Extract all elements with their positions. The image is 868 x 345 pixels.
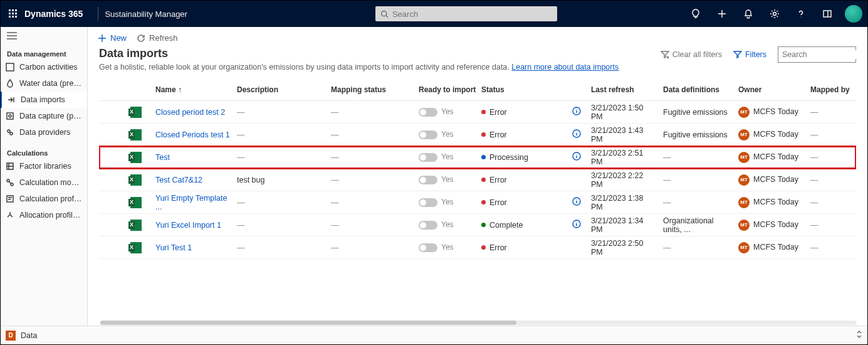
row-name-link[interactable]: Yuri Excel Import 1 [155,221,221,230]
nav-carbon-activities[interactable]: Carbon activities [1,59,87,75]
col-mapping[interactable]: Mapping status [331,85,419,94]
hamburger-icon[interactable] [1,27,87,46]
add-icon[interactable] [713,5,731,23]
ready-toggle[interactable]: Yes [419,243,481,252]
grid-search[interactable] [778,46,856,63]
area-picker[interactable]: D Data [1,326,867,344]
row-name-link[interactable]: Closed period test 2 [155,108,225,117]
brand-label[interactable]: Dynamics 365 [24,9,83,19]
row-name-link[interactable]: Closed Periods test 1 [155,130,230,139]
row-description: — [237,108,331,117]
area-label: Data [21,331,37,340]
row-owner: MTMCFS Today [738,152,810,163]
row-mapped: — [810,198,856,207]
nav-label: Calculation profiles [19,194,82,203]
nav-data-imports[interactable]: Data imports [1,92,87,108]
ready-toggle[interactable]: Yes [419,220,481,230]
horizontal-scrollbar[interactable] [100,321,857,325]
col-description[interactable]: Description [237,85,331,94]
row-mapped: — [810,108,856,117]
panel-icon[interactable] [818,5,836,23]
row-owner: MTMCFS Today [738,107,810,118]
nav-label: Factor libraries [19,162,71,171]
row-mapped: — [810,153,856,162]
global-search[interactable] [375,6,557,21]
global-search-input[interactable] [392,9,552,19]
row-defs: — [663,153,738,162]
row-mapping: — [331,198,419,207]
gear-icon[interactable] [766,5,783,23]
app-launcher-icon[interactable] [6,6,21,21]
app-name[interactable]: Sustainability Manager [105,9,187,19]
learn-more-link[interactable]: Learn more about data imports [511,63,619,72]
excel-icon [130,174,142,186]
table-row[interactable]: Closed Periods test 1——YesError3/21/2023… [99,124,856,146]
row-name-link[interactable]: Yuri Empty Template ... [155,194,227,211]
nav-data-capture[interactable]: Data capture (preview) [1,108,87,124]
search-icon [380,10,389,18]
table-row[interactable]: Test——YesProcessing3/21/2023 2:51 PM—MTM… [99,146,856,169]
ready-toggle[interactable]: Yes [419,107,481,117]
nav-allocation-profiles[interactable]: Allocation profiles (p... [1,207,87,223]
nav-data-providers[interactable]: Data providers [1,124,87,141]
grid-search-input[interactable] [782,50,867,59]
table-row[interactable]: Test Cat7&12test bug—YesError3/21/2023 2… [99,169,856,191]
row-defs: Fugitive emissions [663,130,738,139]
ready-toggle[interactable]: Yes [419,152,481,162]
nav-calculation-profiles[interactable]: Calculation profiles [1,191,87,207]
info-icon[interactable] [572,152,581,161]
info-icon[interactable] [572,197,581,206]
top-actions [687,5,862,23]
lightbulb-icon[interactable] [687,5,704,23]
svg-point-11 [773,13,776,16]
bell-icon[interactable] [740,5,757,23]
info-icon[interactable] [572,220,581,228]
row-name-link[interactable]: Yuri Test 1 [155,243,192,252]
svg-point-18 [10,132,13,135]
nav-calculation-models[interactable]: Calculation models [1,174,87,191]
svg-rect-1 [12,9,14,11]
col-mapped[interactable]: Mapped by [810,85,856,94]
col-name[interactable]: Name ↑ [155,85,237,94]
table-row[interactable]: Yuri Excel Import 1——YesComplete3/21/202… [99,214,856,236]
row-owner: MTMCFS Today [738,129,810,141]
col-owner[interactable]: Owner [738,85,810,94]
col-ready[interactable]: Ready to import [419,85,481,94]
help-icon[interactable] [792,5,810,23]
row-mapping: — [331,176,419,184]
row-refresh: 3/21/2023 1:38 PM [591,194,663,211]
user-avatar[interactable] [845,5,862,23]
row-description: — [237,130,331,139]
ready-toggle[interactable]: Yes [419,130,481,139]
data-grid: Name ↑ Description Mapping status Ready … [99,80,856,326]
nav-label: Data imports [21,95,65,104]
svg-point-17 [8,130,10,132]
row-status: Error [481,108,572,117]
filters-button[interactable]: Filters [733,50,766,59]
table-row[interactable]: Closed period test 2——YesError3/21/2023 … [99,101,856,124]
ready-toggle[interactable]: Yes [419,198,481,207]
refresh-button[interactable]: Refresh [137,33,178,43]
nav-water-data[interactable]: Water data (preview) [1,75,87,92]
row-refresh: 3/21/2023 1:34 PM [591,216,663,234]
nav-factor-libraries[interactable]: Factor libraries [1,158,87,174]
row-name-link[interactable]: Test Cat7&12 [155,176,202,184]
col-status[interactable]: Status [481,85,572,94]
ready-toggle[interactable]: Yes [419,175,481,184]
col-refresh[interactable]: Last refresh [591,85,663,94]
nav-label: Water data (preview) [19,79,82,88]
svg-rect-8 [15,16,17,18]
info-icon[interactable] [572,107,581,115]
new-button[interactable]: New [98,33,127,43]
col-defs[interactable]: Data definitions [663,85,738,94]
svg-point-20 [11,183,13,186]
excel-icon [130,107,142,118]
clear-filters-button[interactable]: Clear all filters [661,50,722,59]
svg-point-9 [382,11,387,16]
desc-text: Get a holistic, reliable look at your or… [99,63,511,72]
table-row[interactable]: Yuri Test 1——YesError3/21/2023 2:50 PM—M… [99,236,856,259]
table-row[interactable]: Yuri Empty Template ...——YesError3/21/20… [99,191,856,214]
info-icon[interactable] [572,129,581,138]
row-name-link[interactable]: Test [155,153,170,162]
row-status: Error [481,176,572,184]
